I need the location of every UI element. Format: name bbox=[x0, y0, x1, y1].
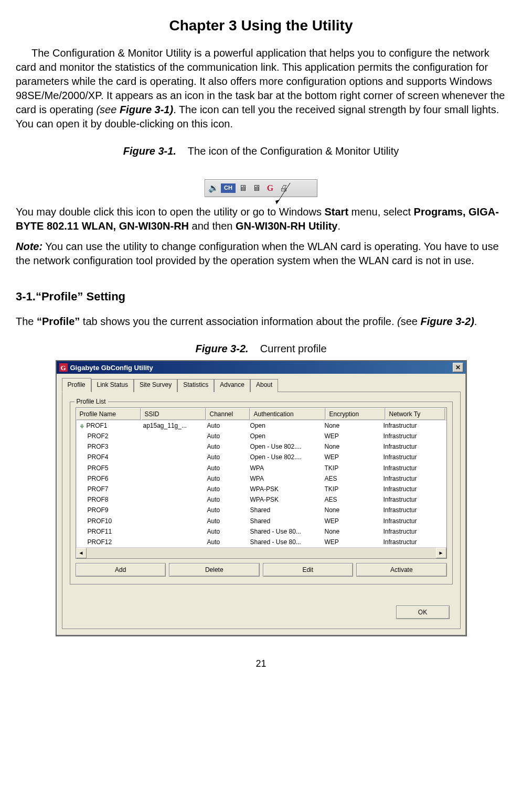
cell-profile-name: PROF10 bbox=[76, 516, 140, 526]
intro-ref-open: (see bbox=[96, 104, 119, 115]
col-header-network-type[interactable]: Network Ty bbox=[386, 408, 445, 420]
cell-chan: Auto bbox=[204, 431, 247, 441]
col-header-channel[interactable]: Channel bbox=[206, 408, 250, 420]
tab-advance[interactable]: Advance bbox=[214, 379, 250, 392]
tab-link-status[interactable]: Link Status bbox=[91, 379, 134, 392]
cell-ssid bbox=[140, 463, 204, 473]
table-row[interactable]: PROF3AutoOpen - Use 802....NoneInfrastru… bbox=[76, 441, 446, 452]
cell-ssid bbox=[140, 516, 204, 526]
col-header-authentication[interactable]: Authentication bbox=[250, 408, 326, 420]
cell-chan: Auto bbox=[204, 537, 247, 547]
cell-enc: AES bbox=[322, 494, 380, 505]
intro-paragraph: The Configuration & Monitor Utility is a… bbox=[16, 46, 506, 131]
tab-statistics[interactable]: Statistics bbox=[177, 379, 214, 392]
note-text: You can use the utility to change config… bbox=[16, 241, 499, 266]
cell-chan: Auto bbox=[204, 494, 247, 505]
figure-3-1-caption: Figure 3-1. The icon of the Configuratio… bbox=[16, 144, 506, 158]
col-header-encryption[interactable]: Encryption bbox=[326, 408, 386, 420]
cell-chan: Auto bbox=[204, 463, 247, 473]
cell-profile-name: PROF12 bbox=[76, 537, 140, 547]
cell-net: Infrastructur bbox=[380, 473, 439, 484]
table-row[interactable]: PROF8AutoWPA-PSKAESInfrastructur bbox=[76, 494, 446, 505]
figure-3-2-text: Current profile bbox=[260, 343, 327, 354]
cell-auth: WPA bbox=[247, 473, 322, 484]
table-row[interactable]: PROF2AutoOpenWEPInfrastructur bbox=[76, 431, 446, 441]
cell-net: Infrastructur bbox=[380, 484, 439, 494]
edit-button[interactable]: Edit bbox=[263, 563, 354, 577]
cell-auth: Shared - Use 80... bbox=[247, 526, 322, 537]
cell-net: Infrastructur bbox=[380, 526, 439, 537]
cell-profile-name: PROF3 bbox=[76, 441, 140, 452]
delete-button[interactable]: Delete bbox=[169, 563, 260, 577]
add-button[interactable]: Add bbox=[76, 563, 166, 577]
cell-profile-name: PROF8 bbox=[76, 494, 140, 505]
figure-3-2-caption: Figure 3-2. Current profile bbox=[16, 342, 506, 356]
cell-chan: Auto bbox=[204, 484, 247, 494]
dialog-title: Gigabyte GbConfig Utility bbox=[70, 363, 153, 373]
cell-profile-name: PROF6 bbox=[76, 473, 140, 484]
cell-enc: TKIP bbox=[322, 484, 380, 494]
cell-ssid: ap15ag_11g_... bbox=[140, 420, 204, 431]
profile-list-groupbox: Profile List Profile Name SSID Channel A… bbox=[70, 402, 453, 585]
dialog-titlebar[interactable]: G Gigabyte GbConfig Utility ✕ bbox=[57, 361, 466, 374]
tab-about[interactable]: About bbox=[250, 379, 278, 392]
table-row[interactable]: PROF5AutoWPATKIPInfrastructur bbox=[76, 463, 446, 473]
scroll-right-icon[interactable]: ► bbox=[436, 548, 446, 558]
gbconfig-dialog: G Gigabyte GbConfig Utility ✕ Profile Li… bbox=[56, 360, 467, 636]
app-icon: G bbox=[59, 363, 68, 372]
table-row[interactable]: PROF6AutoWPAAESInfrastructur bbox=[76, 473, 446, 484]
tab-profile[interactable]: Profile bbox=[62, 378, 91, 392]
p3-e: see bbox=[401, 316, 421, 327]
cell-ssid bbox=[140, 431, 204, 441]
cell-profile-name: PROF11 bbox=[76, 526, 140, 537]
table-row[interactable]: PROF9AutoSharedNoneInfrastructur bbox=[76, 505, 446, 515]
cell-chan: Auto bbox=[204, 473, 247, 484]
cell-enc: None bbox=[322, 420, 380, 431]
profile-list-label: Profile List bbox=[74, 397, 108, 406]
horizontal-scrollbar[interactable]: ◄ ► bbox=[76, 547, 446, 558]
tab-site-survey[interactable]: Site Survey bbox=[134, 379, 177, 392]
close-button[interactable]: ✕ bbox=[453, 363, 463, 372]
section-3-1-heading: 3-1.“Profile” Setting bbox=[16, 289, 506, 305]
ok-button[interactable]: OK bbox=[396, 605, 450, 619]
col-header-ssid[interactable]: SSID bbox=[141, 408, 206, 420]
cell-auth: Shared - Use 80... bbox=[247, 537, 322, 547]
cell-net: Infrastructur bbox=[380, 431, 439, 441]
cell-chan: Auto bbox=[204, 505, 247, 515]
cell-profile-name: ⚘PROF1 bbox=[76, 420, 140, 431]
cell-net: Infrastructur bbox=[380, 441, 439, 452]
col-header-profile-name[interactable]: Profile Name bbox=[76, 408, 141, 420]
cell-net: Infrastructur bbox=[380, 452, 439, 462]
cell-auth: Shared bbox=[247, 505, 322, 515]
activate-button[interactable]: Activate bbox=[356, 563, 447, 577]
scroll-left-icon[interactable]: ◄ bbox=[76, 548, 87, 558]
scroll-track[interactable] bbox=[87, 548, 436, 558]
cell-net: Infrastructur bbox=[380, 516, 439, 526]
table-row[interactable]: PROF10AutoSharedWEPInfrastructur bbox=[76, 516, 446, 526]
cell-net: Infrastructur bbox=[380, 537, 439, 547]
table-row[interactable]: PROF12AutoShared - Use 80...WEPInfrastru… bbox=[76, 537, 446, 547]
cell-net: Infrastructur bbox=[380, 494, 439, 505]
cell-auth: Open - Use 802.... bbox=[247, 452, 322, 462]
cell-profile-name: PROF7 bbox=[76, 484, 140, 494]
p2-f: GN-WI30N-RH Utility bbox=[236, 220, 337, 232]
figure-3-1-text: The icon of the Configuration & Monitor … bbox=[188, 145, 399, 157]
profile-listview[interactable]: Profile Name SSID Channel Authentication… bbox=[76, 407, 447, 559]
table-row[interactable]: PROF11AutoShared - Use 80...NoneInfrastr… bbox=[76, 526, 446, 537]
language-icon: CH bbox=[221, 183, 236, 193]
table-row[interactable]: PROF7AutoWPA-PSKTKIPInfrastructur bbox=[76, 484, 446, 494]
cell-ssid bbox=[140, 537, 204, 547]
active-profile-icon: ⚘ bbox=[79, 423, 86, 429]
speaker-icon: 🔉 bbox=[207, 182, 220, 194]
cell-chan: Auto bbox=[204, 452, 247, 462]
cell-auth: WPA bbox=[247, 463, 322, 473]
table-row[interactable]: ⚘PROF1ap15ag_11g_...AutoOpenNoneInfrastr… bbox=[76, 420, 446, 431]
cell-ssid bbox=[140, 473, 204, 484]
cell-profile-name: PROF2 bbox=[76, 431, 140, 441]
table-row[interactable]: PROF4AutoOpen - Use 802....WEPInfrastruc… bbox=[76, 452, 446, 462]
cell-ssid bbox=[140, 526, 204, 537]
p3-b: “Profile” bbox=[37, 316, 80, 327]
cell-ssid bbox=[140, 441, 204, 452]
cell-enc: WEP bbox=[322, 431, 380, 441]
page-number: 21 bbox=[16, 657, 506, 670]
